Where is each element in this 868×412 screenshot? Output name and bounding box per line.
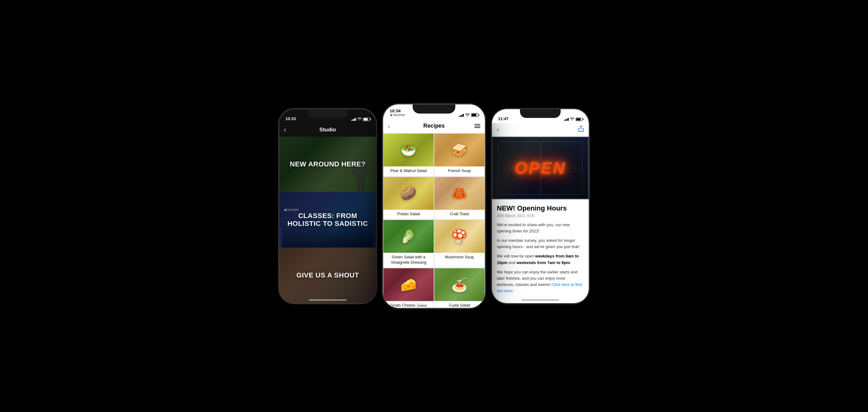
home-indicator-2	[414, 304, 454, 305]
status-time-3: 11:47	[498, 116, 508, 121]
wifi-icon-2	[465, 113, 470, 117]
recipe-image-2: 🥪	[434, 133, 485, 166]
phone3-screen: 11:47	[492, 109, 589, 303]
wifi-icon-1	[358, 118, 362, 121]
phones-container: 10:33	[279, 109, 589, 303]
recipe-item-4[interactable]: 🦀 Crab Toast	[434, 176, 485, 219]
suchen-2: ◀ Suchen	[390, 113, 405, 117]
recipe-item-5[interactable]: 🥬 Green Salad with a Vinaigrette Dressin…	[383, 219, 434, 268]
article-para-1: We're excited to share with you, our new…	[497, 222, 584, 234]
back-button-3[interactable]: ‹	[497, 126, 499, 134]
share-button[interactable]	[578, 125, 584, 134]
status-icons-3	[564, 118, 583, 121]
article-title: NEW! Opening Hours	[497, 204, 584, 212]
recipe-label-2: French Soup	[434, 166, 485, 176]
recipe-image-8: 🍝	[434, 268, 485, 301]
wifi-icon-3	[570, 118, 575, 121]
battery-icon-2	[471, 113, 478, 117]
recipe-label-4: Crab Toast	[434, 210, 485, 219]
home-indicator-3	[522, 299, 559, 301]
recipe-item-2[interactable]: 🥪 French Soup	[434, 133, 485, 176]
menu-button[interactable]	[474, 124, 480, 128]
article-date: 30th March 2022, 9:00	[497, 214, 584, 218]
suchen-1: ◀ Suchen	[284, 117, 299, 302]
phone1-screen: 10:33	[279, 109, 376, 303]
share-icon	[578, 125, 584, 132]
nav-title-2: Recipes	[423, 123, 445, 129]
back-button-2[interactable]: ‹	[388, 122, 390, 129]
phone3-nav: ‹	[492, 123, 589, 137]
phone2-screen: 10:34 ◀ Suchen	[383, 104, 485, 308]
battery-icon-1	[363, 118, 370, 121]
recipe-label-6: Mushroom Soup	[434, 253, 485, 262]
recipe-image-4: 🦀	[434, 177, 485, 210]
recipe-image-1: 🥗	[383, 133, 434, 166]
recipe-image-3: 🥔	[383, 177, 434, 210]
status-bar-2: 10:34 ◀ Suchen	[383, 104, 485, 119]
recipes-grid: 🥗 Pear & Walnut Salad 🥪 French Soup 🥔 Po…	[383, 133, 485, 308]
recipe-image-5: 🥬	[383, 220, 434, 253]
nav-bar-2: ‹ Recipes	[383, 119, 485, 133]
hero-open-image: OPEN	[492, 137, 589, 199]
status-time-2: 10:34	[390, 109, 401, 113]
status-icons-1	[351, 118, 370, 121]
recipe-label-3: Potato Salad	[383, 210, 434, 219]
article-content: NEW! Opening Hours 30th March 2022, 9:00…	[492, 199, 589, 303]
article-para-4: We hope you can enjoy the earlier starts…	[497, 269, 584, 294]
recipe-label-5: Green Salad with a Vinaigrette Dressing	[383, 253, 434, 267]
phone-recipes: 10:34 ◀ Suchen	[383, 104, 485, 308]
battery-icon-3	[576, 118, 583, 121]
recipe-label-1: Pear & Walnut Salad	[383, 166, 434, 176]
home-indicator-1	[309, 299, 346, 301]
recipe-image-7: 🧀	[383, 268, 434, 301]
status-icons-2	[459, 113, 478, 117]
phone-opening-hours: 11:47	[492, 109, 589, 303]
hero-card-text-3: GIVE US A SHOUT	[290, 271, 365, 279]
recipe-image-6: 🍄	[434, 220, 485, 253]
status-bar-3: 11:47	[492, 109, 589, 123]
article-para-3: We will now be open weekdays from 6am to…	[497, 253, 584, 266]
click-here-link[interactable]: Click here to find out more.	[497, 282, 582, 293]
recipe-item-7[interactable]: 🧀 Goats Cheese Salad	[383, 268, 434, 308]
signal-icon-3	[564, 118, 569, 121]
nav-title-1: Studio	[319, 127, 336, 133]
signal-icon-1	[351, 118, 356, 121]
recipe-item-3[interactable]: 🥔 Potato Salad	[383, 176, 434, 219]
signal-icon-2	[459, 113, 464, 117]
phone-studio: 10:33	[279, 109, 376, 303]
recipe-item-8[interactable]: 🍝 Pasta Salad	[434, 268, 485, 308]
recipe-item-1[interactable]: 🥗 Pear & Walnut Salad	[383, 133, 434, 176]
article-para-2: In our member survey, you asked for long…	[497, 237, 584, 250]
recipe-item-6[interactable]: 🍄 Mushroom Soup	[434, 219, 485, 268]
article-body: We're excited to share with you, our new…	[497, 222, 584, 294]
